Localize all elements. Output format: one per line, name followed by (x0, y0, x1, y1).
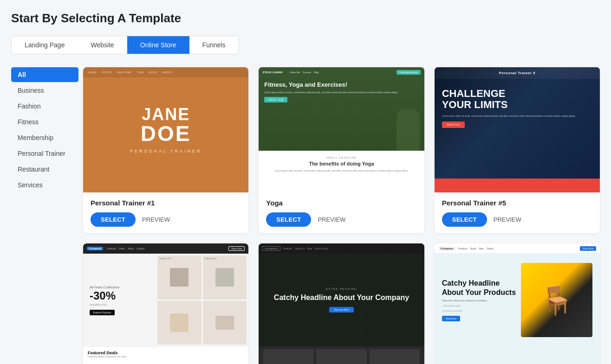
select-button-3[interactable]: SELECT (442, 212, 487, 227)
cl-hero-image: 🪑 (521, 263, 592, 337)
template-thumb-2: STEVE LAMAR About Me Courses Blog Free A… (259, 67, 424, 192)
template-thumb-4: Company Products Deals About Contact Sho… (83, 243, 248, 364)
template-card-yoga: STEVE LAMAR About Me Courses Blog Free A… (259, 67, 424, 233)
cl-shop-now-btn[interactable]: Shop Now (442, 316, 460, 321)
thumb-yoga: STEVE LAMAR About Me Courses Blog Free A… (259, 67, 424, 192)
fd-hero-date: Until March 2021 (90, 303, 149, 306)
template-actions-3: SELECT PREVIEW (442, 212, 592, 227)
fd-hero-collection: All New Collection (90, 285, 149, 289)
fd-nav-items: Products Deals About Contact (107, 247, 144, 250)
template-actions-1: SELECT PREVIEW (91, 212, 241, 227)
select-button-2[interactable]: SELECT (266, 212, 311, 227)
template-info-3: Personal Trainer #5 SELECT PREVIEW (435, 192, 600, 233)
sidebar-item-services[interactable]: Services (11, 178, 78, 192)
template-actions-2: SELECT PREVIEW (266, 212, 416, 227)
template-thumb-6: Company Products Deals New Collect Shop … (435, 243, 600, 364)
pt5-header: Personal Trainer 5 (435, 67, 600, 79)
cl-title: Catchy Headline About Your Products (442, 279, 521, 297)
sidebar: All Business Fashion Fitness Membership … (11, 67, 83, 364)
jane-hero-text: JANE DOE PERSONAL TRAINER (130, 106, 202, 153)
fd-sub: Featured Deals Find the Best Products Fo… (83, 346, 248, 360)
yoga-top: STEVE LAMAR About Me Courses Blog Free A… (259, 67, 424, 151)
cl-desc: A few lines about your products or compa… (442, 299, 521, 302)
page-title: Start By Selecting A Template (11, 11, 600, 26)
cd-sub-label: EXTRA HEADING (326, 287, 357, 290)
pt5-content: Personal Trainer 5 CHALLENGE YOUR LIMITS… (435, 67, 600, 133)
fd-sub-title: Featured Deals (88, 351, 244, 355)
fd-product-1: Collection Two (157, 255, 202, 300)
tab-funnels[interactable]: Funnels (189, 36, 239, 54)
sidebar-item-business[interactable]: Business (11, 83, 78, 98)
pt5-title-2: YOUR LIMITS (442, 99, 592, 110)
yoga-silhouette (396, 109, 420, 151)
sidebar-item-fitness[interactable]: Fitness (11, 115, 78, 129)
preview-button-2[interactable]: PREVIEW (318, 216, 345, 223)
cd-products-row (259, 346, 424, 364)
fd-hero-discount: -30% (90, 289, 149, 302)
tab-landing-page[interactable]: Landing Page (12, 36, 78, 54)
template-name-1: Personal Trainer #1 (91, 199, 241, 207)
tab-online-store[interactable]: Online Store (127, 36, 189, 54)
yoga-hero-content: Fitness, Yoga and Exercises! Lorem ipsum… (259, 77, 424, 106)
fd-logo: Company (87, 247, 103, 250)
cd-logo: {company} (262, 246, 280, 251)
yoga-hero-title: Fitness, Yoga and Exercises! (264, 81, 418, 89)
jane-last-name: DOE (130, 123, 202, 144)
cl-hero: Catchy Headline About Your Products A fe… (435, 254, 600, 346)
sidebar-item-all[interactable]: All (11, 67, 78, 82)
yoga-appointment-btn[interactable]: Free Appointment (396, 70, 420, 75)
pt5-title-1: CHALLENGE (442, 88, 592, 99)
sidebar-item-restaurant[interactable]: Restaurant (11, 162, 78, 177)
fd-product-2: Collection Two (203, 255, 247, 300)
fd-shop-btn[interactable]: Shop Now (228, 246, 245, 251)
pt5-hero: CHALLENGE YOUR LIMITS Lorem ipsum dolor … (435, 79, 600, 133)
preview-button-3[interactable]: PREVIEW (494, 216, 521, 223)
template-info-1: Personal Trainer #1 SELECT PREVIEW (83, 192, 248, 233)
pt5-cta-btn[interactable]: SIGN YOU (442, 121, 465, 128)
yoga-bottom: SMALL HEADLINE The benefits of doing Yog… (259, 151, 424, 179)
fd-explore-btn[interactable]: Explore Products (90, 310, 115, 315)
pt5-bottom-bar (435, 179, 600, 192)
template-card-catchy-light: Company Products Deals New Collect Shop … (435, 243, 600, 364)
select-button-1[interactable]: SELECT (91, 212, 136, 227)
cd-hero: EXTRA HEADING Catchy Headline About Your… (259, 254, 424, 346)
fd-sub-desc: Find the Best Products For You (88, 355, 244, 358)
sidebar-item-personal-trainer[interactable]: Personal Trainer (11, 146, 78, 161)
fd-hero-right: Collection Two Collection Two (156, 254, 248, 346)
thumb-jane-doe: HOME POSTS ANATOMY T.ME BLOG ABOUT JANE … (83, 67, 248, 192)
thumb-featured-deals: Company Products Deals About Contact Sho… (83, 243, 248, 364)
cd-title: Catchy Headline About Your Company (274, 293, 409, 302)
preview-button-1[interactable]: PREVIEW (142, 216, 170, 223)
template-card-personal-trainer-1: HOME POSTS ANATOMY T.ME BLOG ABOUT JANE … (83, 67, 248, 233)
jane-first-name: JANE (130, 106, 202, 123)
templates-grid: HOME POSTS ANATOMY T.ME BLOG ABOUT JANE … (83, 67, 600, 364)
yoga-sub-label: SMALL HEADLINE (263, 156, 419, 159)
tab-website[interactable]: Website (78, 36, 127, 54)
yoga-enroll-btn[interactable]: ENROLL NOW (264, 97, 287, 102)
cd-discover-btn[interactable]: Discover More (329, 307, 353, 313)
template-info-2: Yoga SELECT PREVIEW (259, 192, 424, 233)
yoga-sub-title: The benefits of doing Yoga (263, 161, 419, 166)
jane-nav: HOME POSTS ANATOMY T.ME BLOG ABOUT (83, 67, 248, 77)
template-thumb-5: {company} Products About Us Blog Get In … (259, 243, 424, 364)
fd-nav: Company Products Deals About Contact Sho… (83, 243, 248, 254)
cd-nav: {company} Products About Us Blog Get In … (259, 243, 424, 254)
fd-product-3 (157, 301, 202, 345)
page-container: Start By Selecting A Template Landing Pa… (0, 0, 611, 364)
thumb-catchy-dark: {company} Products About Us Blog Get In … (259, 243, 424, 364)
jane-subtitle: PERSONAL TRAINER (130, 149, 202, 153)
template-thumb-1: HOME POSTS ANATOMY T.ME BLOG ABOUT JANE … (83, 67, 248, 192)
sidebar-item-membership[interactable]: Membership (11, 130, 78, 145)
pt5-desc: Lorem ipsum dolor sit amet, consectetur … (442, 114, 592, 118)
template-name-2: Yoga (266, 199, 416, 207)
fd-hero: All New Collection -30% Until March 2021… (83, 254, 248, 346)
cl-nav: Company Products Deals New Collect Shop … (435, 243, 600, 254)
template-card-pt5: Personal Trainer 5 CHALLENGE YOUR LIMITS… (435, 67, 600, 233)
template-name-3: Personal Trainer #5 (442, 199, 592, 207)
sidebar-item-fashion[interactable]: Fashion (11, 99, 78, 114)
cl-shop-btn[interactable]: Shop Now (580, 246, 596, 251)
tabs-bar: Landing Page Website Online Store Funnel… (11, 36, 239, 54)
cl-guarantee-2: Free Delivery Over $100 (442, 310, 521, 312)
yoga-nav: STEVE LAMAR About Me Courses Blog Free A… (259, 67, 424, 77)
yoga-sub-desc: Lorem ipsum dolor sit amet, consectetur … (263, 169, 419, 173)
